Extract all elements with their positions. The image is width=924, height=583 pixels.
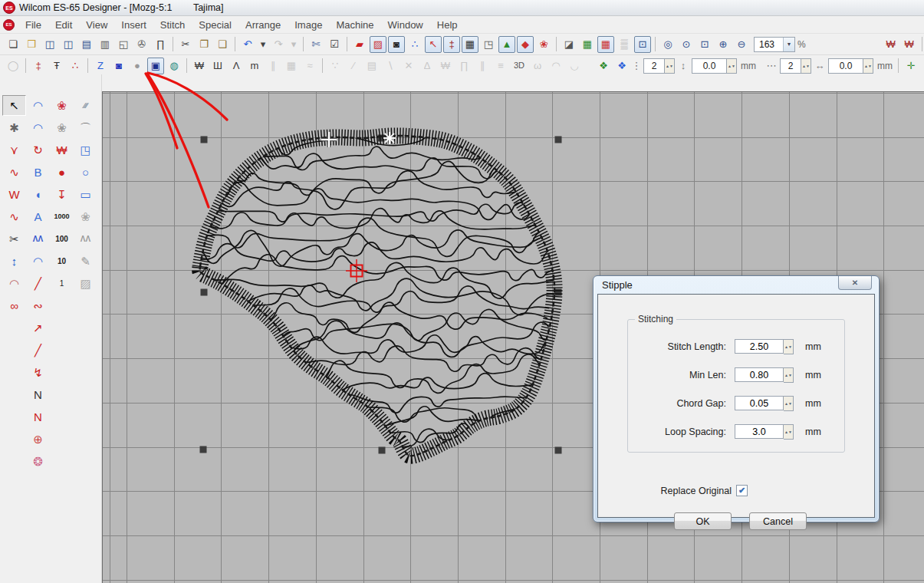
stitch-angle-icon[interactable]: W <box>2 184 26 205</box>
numbox-cols_value[interactable]: 2 <box>780 58 801 74</box>
field-input-3[interactable] <box>735 424 784 439</box>
pipe-fill-icon[interactable]: ∏ <box>455 58 472 74</box>
line-segment-icon[interactable]: ╱ <box>26 340 50 361</box>
reshape-dome-icon[interactable]: ◠ <box>26 117 50 138</box>
numbox-row_spacing_value[interactable]: 0.0 <box>692 58 727 74</box>
ellipse-tool-icon[interactable]: ○ <box>74 162 97 183</box>
teams-off-icon[interactable]: ΛΛ <box>74 229 97 249</box>
arc-tool-icon[interactable]: ⌒ <box>74 117 97 138</box>
color-object-list-icon[interactable]: ▦ <box>597 36 614 53</box>
undo-icon[interactable]: ↶ <box>239 36 256 53</box>
design-properties-icon[interactable]: ▤ <box>78 36 95 53</box>
menu-help[interactable]: Help <box>430 18 465 32</box>
measure-tool-icon[interactable]: ↕ <box>2 251 26 272</box>
row-spacing-icon-icon[interactable]: ↕ <box>677 58 689 74</box>
menu-view[interactable]: View <box>79 18 114 32</box>
field-input-1[interactable] <box>735 367 784 382</box>
menu-special[interactable]: Special <box>192 18 238 32</box>
export-machine-file-icon[interactable]: ✇ <box>133 36 150 53</box>
field-input-0[interactable] <box>735 339 784 354</box>
wave-effect-icon[interactable]: ω <box>529 58 546 74</box>
redo-icon[interactable]: ↷ <box>270 36 287 53</box>
outline-view-icon[interactable]: ◙ <box>388 36 405 53</box>
lettering-off-icon[interactable]: B <box>26 162 50 183</box>
brush-off-icon[interactable]: ✎ <box>74 251 97 272</box>
numbox-col_spacing_value[interactable]: 0.0 <box>828 58 863 74</box>
penetration-tool-icon[interactable]: ↧ <box>50 184 74 205</box>
select-tool-icon[interactable]: ↖ <box>2 95 26 116</box>
branch-digitize-icon[interactable]: ⋎ <box>2 140 26 160</box>
parallel-effect-icon[interactable]: ∕∕∕ <box>74 95 97 116</box>
dialog-close-button[interactable]: ✕ <box>838 276 872 290</box>
complex-fill-icon[interactable]: ◳ <box>74 140 97 160</box>
cancel-button[interactable]: Cancel <box>749 512 807 530</box>
field-spinner-0[interactable]: ▲▼ <box>784 339 794 354</box>
circle-array-icon[interactable]: ⊕ <box>26 429 50 450</box>
menu-stitch[interactable]: Stitch <box>153 18 192 32</box>
stitch-view-icon[interactable]: ▰ <box>351 36 368 53</box>
tatami-stitch-icon[interactable]: Ш <box>209 58 226 74</box>
arc-down-icon[interactable]: ◡ <box>566 58 583 74</box>
radial-fill-icon[interactable]: ❂ <box>26 451 50 472</box>
scale-1000-icon[interactable]: 1000 <box>50 206 74 227</box>
closed-curve-icon[interactable]: N <box>26 407 50 427</box>
save-design-icon[interactable]: ◫ <box>41 36 58 53</box>
machine-connect-icon[interactable]: ∏ <box>152 36 169 53</box>
new-design-icon[interactable]: ❏ <box>5 36 21 53</box>
bitmap-show-icon[interactable]: ▲ <box>498 36 515 53</box>
spinner-col_spacing_value[interactable]: ▲▼ <box>863 58 873 74</box>
stitch-arrow-icon[interactable]: ↗ <box>26 318 50 338</box>
save-stitch-file-icon[interactable]: ₩ <box>883 36 899 53</box>
menu-arrange[interactable]: Arrange <box>238 18 288 32</box>
cut-icon[interactable]: ✂ <box>177 36 194 53</box>
redo-more-icon[interactable]: ▾ <box>288 36 299 53</box>
scale-10-icon[interactable]: 10 <box>50 251 74 272</box>
numbox-rows_value[interactable]: 2 <box>643 58 665 74</box>
three-d-effect-icon[interactable]: 3D <box>511 58 528 74</box>
arc-up-icon[interactable]: ◠ <box>547 58 564 74</box>
texture-off-icon[interactable]: ▨ <box>74 273 97 294</box>
mirror-horizontal-icon[interactable]: ❖ <box>595 58 612 74</box>
digitize-points-icon[interactable]: ∴ <box>67 58 84 74</box>
menu-image[interactable]: Image <box>288 18 329 32</box>
needle-point-view-icon[interactable]: ∴ <box>406 36 423 53</box>
paste-icon[interactable]: ❑ <box>214 36 231 53</box>
mirror-vertical-icon[interactable]: ❖ <box>613 58 630 74</box>
menu-machine[interactable]: Machine <box>329 18 380 32</box>
print-preview-icon[interactable]: ◱ <box>115 36 132 53</box>
team-names-icon[interactable]: ΛΛ <box>26 229 50 249</box>
spinner-rows_value[interactable]: ▲▼ <box>665 58 675 74</box>
fill-circle-icon[interactable]: ● <box>129 58 146 74</box>
load-stitch-file-icon[interactable]: ₩ <box>901 36 918 53</box>
open-design-icon[interactable]: ❒ <box>23 36 40 53</box>
closed-object-icon[interactable]: ◖ <box>26 184 50 205</box>
mirror-merge-icon[interactable]: ↻ <box>26 140 50 160</box>
column-stitch-icon[interactable]: ₩ <box>50 140 74 160</box>
copy-icon[interactable]: ❐ <box>196 36 212 53</box>
slant-fill-icon[interactable]: ∕ <box>345 58 362 74</box>
col-spacing-icon-icon[interactable]: ↔ <box>814 58 826 74</box>
undo-more-icon[interactable]: ▾ <box>258 36 268 53</box>
hoop-layout-icon[interactable]: ◯ <box>5 58 21 74</box>
remove-stitches-icon[interactable]: ∿ <box>2 206 26 227</box>
menu-window[interactable]: Window <box>381 18 430 32</box>
zigzag-stitch-icon[interactable]: Λ <box>228 58 245 74</box>
motif-run-icon[interactable]: m <box>246 58 263 74</box>
monogramming-icon[interactable]: ❀ <box>50 95 74 116</box>
satin-special-icon[interactable]: ₩ <box>437 58 454 74</box>
spinner-row_spacing_value[interactable]: ▲▼ <box>727 58 737 74</box>
florentine-off-icon[interactable]: ❀ <box>50 117 74 138</box>
auto-center-icon[interactable]: ✛ <box>921 58 924 74</box>
penetration-mode-icon[interactable]: ‡ <box>443 36 460 53</box>
spinner-cols_value[interactable]: ▲▼ <box>801 58 811 74</box>
overview-window-icon[interactable]: ◎ <box>659 36 676 53</box>
scale-100-icon[interactable]: 100 <box>50 229 74 249</box>
cut-tool-icon[interactable]: ✂ <box>2 229 26 249</box>
run-digitize-icon[interactable]: ∿ <box>2 162 26 183</box>
zoom-out-icon[interactable]: ⊖ <box>733 36 750 53</box>
field-spinner-2[interactable]: ▲▼ <box>784 396 794 411</box>
field-input-2[interactable] <box>735 396 784 410</box>
stitch-colors-icon[interactable]: ▦ <box>579 36 596 53</box>
fence-fill-icon[interactable]: ▤ <box>363 58 380 74</box>
hoop-show-icon[interactable]: ◳ <box>480 36 497 53</box>
